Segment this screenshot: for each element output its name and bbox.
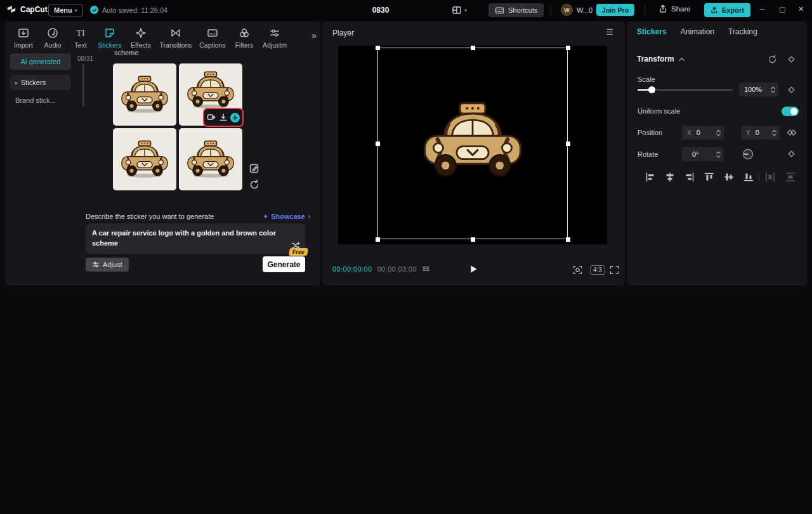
- selection-handle[interactable]: [471, 237, 475, 242]
- align-left-icon[interactable]: [645, 172, 655, 182]
- tab-stickers-inspector[interactable]: Stickers: [637, 27, 667, 36]
- frame-list-icon[interactable]: [422, 265, 430, 273]
- selection-handle[interactable]: [376, 46, 380, 50]
- menu-button[interactable]: Menu ▾: [48, 4, 83, 16]
- position-y-spinner[interactable]: Y 0: [741, 126, 780, 140]
- account-area[interactable]: W W...0 Join Pro: [561, 4, 634, 16]
- edit-sticker-button[interactable]: [249, 162, 260, 174]
- download-icon[interactable]: [219, 113, 228, 122]
- window-close-button[interactable]: ✕: [798, 5, 804, 13]
- selection-handle[interactable]: [471, 46, 475, 50]
- add-to-track-icon[interactable]: [207, 113, 216, 122]
- selection-handle[interactable]: [566, 237, 570, 242]
- stepper-arrows[interactable]: [716, 151, 721, 158]
- results-scrollbar[interactable]: [82, 63, 84, 107]
- avatar[interactable]: W: [561, 4, 573, 16]
- regenerate-button[interactable]: [249, 179, 260, 190]
- tab-label: Effects: [131, 41, 151, 49]
- align-right-icon[interactable]: [684, 172, 695, 182]
- describe-label: Describe the sticker you want to generat…: [86, 213, 214, 220]
- adjust-button[interactable]: Adjust: [86, 258, 129, 272]
- reset-transform-icon[interactable]: [768, 55, 777, 64]
- stepper-arrows[interactable]: [771, 86, 775, 93]
- toggle-knob: [790, 108, 797, 115]
- stepper-arrows[interactable]: [772, 129, 776, 136]
- window-maximize-button[interactable]: ▢: [779, 5, 785, 13]
- expand-tabs-icon[interactable]: »: [311, 30, 317, 41]
- stepper-arrows[interactable]: [716, 129, 721, 136]
- distribute-horizontal-icon[interactable]: [765, 172, 775, 182]
- tab-animation[interactable]: Animation: [681, 27, 714, 36]
- scale-value-spinner[interactable]: 100%: [739, 82, 778, 96]
- tab-adjustment[interactable]: Adjustm: [259, 25, 291, 49]
- share-label: Share: [671, 5, 691, 13]
- selection-handle[interactable]: [376, 237, 380, 242]
- rotate-spinner[interactable]: 0°: [682, 147, 724, 161]
- car-sticker-image: [184, 140, 237, 178]
- refresh-icon: [249, 179, 260, 190]
- player-viewport[interactable]: [338, 46, 607, 244]
- divider: [759, 173, 759, 181]
- add-icon[interactable]: [230, 113, 240, 122]
- text-icon: TI: [76, 27, 85, 39]
- sidebar-item-ai-generated[interactable]: AI generated: [10, 53, 71, 70]
- tab-import[interactable]: Import: [9, 25, 38, 49]
- tab-effects[interactable]: Effects: [126, 25, 156, 49]
- shortcuts-button[interactable]: Shortcuts: [488, 3, 544, 17]
- keyframe-diamond-icon[interactable]: [787, 55, 796, 64]
- media-tab-bar: Import Audio TI Text Stickers Effects Tr…: [9, 25, 291, 49]
- window-minimize-button[interactable]: –: [760, 4, 764, 13]
- selection-box[interactable]: [377, 48, 568, 239]
- scale-slider-handle[interactable]: [648, 86, 655, 93]
- layout-switch-button[interactable]: ▾: [452, 5, 467, 15]
- export-button[interactable]: Export: [704, 3, 750, 17]
- transform-section-header[interactable]: Transform: [637, 55, 684, 63]
- position-x-spinner[interactable]: X 0: [682, 126, 724, 140]
- uniform-scale-toggle[interactable]: [782, 107, 799, 116]
- align-center-vertical-icon[interactable]: [724, 172, 734, 182]
- sidebar-item-brand-stickers[interactable]: Brand stick...: [15, 96, 56, 104]
- generate-button[interactable]: Generate: [263, 256, 305, 272]
- effects-icon: [134, 27, 147, 39]
- y-label: Y: [746, 129, 750, 136]
- sticker-result-3[interactable]: [113, 128, 176, 190]
- share-button[interactable]: Share: [658, 4, 691, 13]
- align-top-icon[interactable]: [704, 172, 714, 182]
- adjust-label: Adjust: [103, 261, 122, 268]
- align-center-horizontal-icon[interactable]: [665, 172, 675, 182]
- showcase-link[interactable]: ✦ Showcase ›: [263, 212, 310, 221]
- selection-handle[interactable]: [566, 46, 570, 50]
- fullscreen-icon[interactable]: [609, 265, 620, 275]
- aspect-ratio-button[interactable]: 4:3: [590, 265, 605, 275]
- autosave-text: Auto saved: 11:26:04: [102, 6, 167, 14]
- rotate-dial[interactable]: [742, 148, 754, 160]
- tab-audio[interactable]: Audio: [38, 25, 67, 49]
- play-button[interactable]: [469, 264, 478, 274]
- tab-stickers[interactable]: Stickers: [94, 25, 126, 49]
- keyframe-diamond-icon[interactable]: [787, 85, 796, 95]
- expand-arrow-icon: ▸: [15, 80, 18, 86]
- tab-captions[interactable]: Captions: [195, 25, 230, 49]
- selection-handle[interactable]: [566, 142, 570, 146]
- sticker-result-4[interactable]: [179, 128, 242, 190]
- join-pro-button[interactable]: Join Pro: [596, 4, 634, 16]
- align-bottom-icon[interactable]: [743, 172, 754, 182]
- free-badge: Free: [289, 248, 308, 256]
- prompt-input[interactable]: A car repair service logo with a golden …: [86, 223, 305, 254]
- x-value: 0: [697, 129, 700, 136]
- distribute-vertical-icon[interactable]: [785, 172, 796, 182]
- tab-filters[interactable]: Filters: [230, 25, 259, 49]
- player-menu-icon[interactable]: ☰: [606, 27, 613, 37]
- sticker-result-1[interactable]: [113, 63, 176, 126]
- sidebar-item-label: Stickers: [21, 79, 46, 86]
- selection-handle[interactable]: [376, 142, 380, 146]
- focus-clip-icon[interactable]: [572, 265, 583, 275]
- tab-text[interactable]: TI Text: [67, 25, 94, 49]
- tab-transitions[interactable]: Transitions: [156, 25, 195, 49]
- keyframe-link-icon[interactable]: [787, 128, 797, 138]
- sparkle-icon: ✦: [263, 213, 268, 221]
- keyframe-diamond-icon[interactable]: [787, 149, 796, 159]
- scale-slider[interactable]: [638, 89, 733, 91]
- tab-tracking[interactable]: Tracking: [728, 27, 757, 36]
- sidebar-item-stickers[interactable]: ▸ Stickers: [10, 75, 71, 90]
